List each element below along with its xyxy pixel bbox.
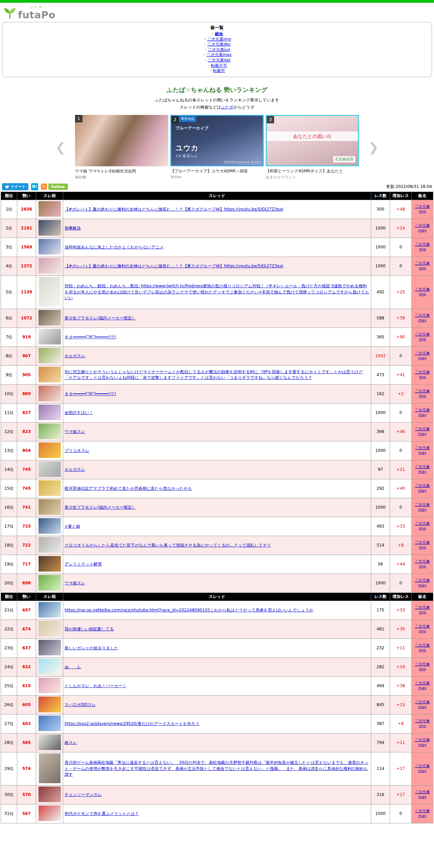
thread-link[interactable]: https://nar.sp.netkeiba.com/race/shutuba…	[65, 608, 313, 612]
board-link[interactable]: 二次元裏may	[415, 700, 430, 710]
board-link[interactable]: 二次元裏img	[415, 261, 430, 271]
thread-thumbnail[interactable]	[39, 424, 61, 439]
thread-link[interactable]: クロコダイルからしたら見捨てた部下がなんで慕いも募って脱獄させる為にやってくるの…	[65, 543, 271, 548]
thread-link[interactable]: 当時何故あんなに炎上したのかよくわからないアニメ	[65, 245, 164, 249]
board-link[interactable]: 二次元裏may	[415, 484, 430, 493]
thread-thumbnail[interactable]	[39, 277, 61, 307]
board-link[interactable]: 二次元裏img	[415, 605, 430, 615]
site-logo[interactable]: ふたポ futaPo	[3, 5, 55, 21]
thread-link[interactable]: 全部許すばい！	[65, 410, 93, 415]
thread-link[interactable]: ウマ娘スレ	[65, 581, 85, 585]
thread-thumbnail[interactable]	[39, 310, 61, 326]
board-link[interactable]: 二次元裏img	[415, 242, 430, 252]
board-link[interactable]: 二次元裏may	[415, 503, 430, 512]
board-link[interactable]: 二次元裏img	[415, 624, 430, 634]
board-list-link[interactable]: 二次元裏dat	[208, 58, 231, 63]
thread-thumbnail[interactable]	[39, 220, 61, 236]
thread-link[interactable]: ウマ娘スレ	[65, 429, 85, 434]
hatena-bookmark-button[interactable]: B!	[31, 183, 38, 190]
thread-link[interactable]: キタ━━━━━(ﾟ∀ﾟ)━━━━━!!!!!	[65, 335, 116, 339]
carousel-title-3[interactable]: 【和室ヒーリングASMRボイス】あなたと	[266, 168, 359, 174]
thread-thumbnail[interactable]	[39, 258, 61, 273]
carousel-title-1[interactable]: ウマ娘 ウマ×トレ♀結婚生活合同	[75, 168, 168, 174]
board-link[interactable]: 二次元裏img	[415, 370, 430, 380]
thread-thumbnail[interactable]	[39, 621, 61, 636]
thread-link[interactable]: 株スレ	[65, 740, 77, 745]
thread-link[interactable]: キタ━━━━━(ﾟ∀ﾟ)━━━━━!!!!!	[65, 391, 116, 396]
board-link[interactable]: 二次元裏img	[415, 332, 430, 342]
board-link[interactable]: 二次元裏may	[415, 408, 430, 418]
thread-thumbnail[interactable]	[39, 499, 61, 515]
board-link[interactable]: 二次元裏img	[415, 719, 430, 729]
board-link[interactable]: 二次元裏may	[415, 578, 430, 588]
thread-link[interactable]: 新しいガシャが始まりました	[65, 646, 118, 650]
thread-thumbnail[interactable]	[39, 602, 61, 618]
thread-link[interactable]: スパロボDDスレ	[65, 702, 96, 707]
board-list-link[interactable]: 二次元裏jun	[208, 47, 231, 52]
thread-thumbnail[interactable]	[39, 329, 61, 344]
board-link[interactable]: 二次元裏may	[415, 681, 430, 691]
thread-thumbnail[interactable]	[39, 575, 61, 590]
board-list-link[interactable]: 二次元裏img	[207, 37, 231, 42]
carousel-prev-icon[interactable]: ❮	[46, 140, 75, 154]
thread-thumbnail[interactable]	[39, 367, 61, 382]
thread-link[interactable]: 【#ポレバト】夏の終わりに勝利の女神はどちらに微笑む…！？【東スポグループ杯】h…	[65, 264, 283, 268]
thread-link[interactable]: アンリミテッド解禁	[65, 562, 102, 566]
follow-button[interactable]: Follow	[48, 184, 68, 190]
tweet-button[interactable]: ツイート	[2, 183, 28, 190]
thread-thumbnail[interactable]	[39, 461, 61, 477]
board-link[interactable]: 二次元裏may	[415, 738, 430, 748]
thread-link[interactable]: 銀河英雄伝説アマプラで初めて見たが思春期に見たら危なかったかも	[65, 486, 192, 491]
board-link[interactable]: 二次元裏may	[415, 313, 430, 323]
board-list-link[interactable]: 転載不可	[211, 63, 227, 68]
thread-link[interactable]: オルガスレ	[65, 354, 85, 358]
thread-link[interactable]: 初代ポケモンで赤を選ぶメリットとは？	[65, 811, 139, 816]
board-link[interactable]: 二次元裏may	[415, 446, 430, 456]
thread-link[interactable]: 【#ポレバト】夏の終わりに勝利の女神はどちらに微笑む…！？【東スポグループ杯】h…	[65, 207, 283, 212]
thread-thumbnail[interactable]	[39, 805, 61, 821]
board-list-link[interactable]: 総合	[215, 31, 223, 36]
thread-link[interactable]: 対戦：おめんち…観戦：おめんち…配信: https://www.twitch.t…	[65, 284, 369, 300]
thread-link[interactable]: 美少女プラモスレ(国内メーカー限定）	[65, 505, 136, 510]
thread-thumbnail[interactable]	[39, 386, 61, 401]
board-link[interactable]: 二次元裏may	[415, 790, 430, 800]
thread-thumbnail[interactable]	[39, 442, 61, 458]
board-link[interactable]: 二次元裏may	[415, 764, 430, 774]
thread-thumbnail[interactable]	[39, 518, 61, 534]
thread-link[interactable]: チェンソーマンスレ	[65, 792, 102, 797]
board-link[interactable]: 二次元裏img	[415, 559, 430, 569]
board-link[interactable]: 二次元裏may	[415, 809, 430, 819]
carousel-item-2[interactable]: 2 専売作品 ブルーアーカイブ ユウカ CV 春花らん NEXON Games …	[170, 115, 264, 180]
thread-thumbnail[interactable]	[39, 787, 61, 802]
thread-thumbnail[interactable]	[39, 201, 61, 217]
board-list-link[interactable]: 二次元裏dec	[207, 42, 231, 47]
carousel-next-icon[interactable]: ❯	[359, 140, 388, 154]
thread-link[interactable]: オルガスレ	[65, 467, 85, 472]
thread-link[interactable]: ぬ ん	[65, 665, 81, 669]
thread-link[interactable]: としんかスレ わあ！パーカー！	[65, 683, 126, 688]
board-link[interactable]: 二次元裏may	[415, 427, 430, 437]
thread-thumbnail[interactable]	[39, 537, 61, 553]
thread-thumbnail[interactable]	[39, 239, 61, 255]
thread-thumbnail[interactable]	[39, 716, 61, 731]
thread-thumbnail[interactable]	[39, 659, 61, 674]
thread-link[interactable]: 我が師優しい師匠愛してる	[65, 627, 114, 631]
board-list-link[interactable]: 二次元裏may	[207, 52, 232, 57]
board-link[interactable]: 二次元裏img	[415, 204, 430, 214]
thread-link[interactable]: >妻と娘	[65, 524, 80, 529]
board-link[interactable]: 二次元裏img	[415, 287, 430, 297]
thread-thumbnail[interactable]	[39, 405, 61, 420]
board-link[interactable]: 二次元裏may	[415, 223, 430, 233]
thread-thumbnail[interactable]	[39, 480, 61, 496]
thread-thumbnail[interactable]	[39, 734, 61, 750]
thread-thumbnail[interactable]	[39, 678, 61, 693]
thread-thumbnail[interactable]	[39, 556, 61, 572]
futapo-link[interactable]: ふたポ	[221, 105, 234, 110]
board-link[interactable]: 二次元裏may	[415, 465, 430, 475]
board-link[interactable]: 二次元裏img	[415, 522, 430, 531]
thread-thumbnail[interactable]	[39, 640, 61, 655]
board-link[interactable]: 二次元裏img	[415, 662, 430, 672]
board-link[interactable]: 二次元裏img	[415, 389, 430, 399]
board-link[interactable]: 二次元裏img	[415, 643, 430, 653]
thread-link[interactable]: プリコネスレ	[65, 448, 90, 453]
